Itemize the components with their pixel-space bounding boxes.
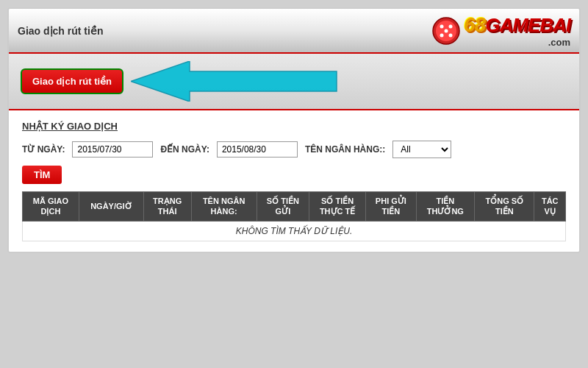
col-phi-gui-tien: PHI GỬITIỀN: [366, 192, 417, 222]
col-ten-ngan-hang: TÊN NGÂNHÀNG:: [191, 192, 257, 222]
col-so-tien-thuc-te: SỐ TIỀNTHỰC TẾ: [309, 192, 366, 222]
header: Giao dịch rút tiền 68GAMEBAI .com: [9, 9, 579, 54]
from-date-input[interactable]: [72, 141, 153, 158]
col-trang-thai: TRẠNGTHÁI: [143, 192, 191, 222]
table-header: MÃ GIAODỊCH NGÀY/GIỜ TRẠNGTHÁI TÊN NGÂNH…: [23, 192, 566, 222]
svg-marker-7: [131, 61, 337, 102]
page-title: Giao dịch rút tiền: [18, 25, 103, 37]
logo: 68GAMEBAI .com: [464, 13, 570, 48]
col-ngay-gio: NGÀY/GIỜ: [79, 192, 143, 222]
table-body: KHÔNG TÌM THẤY DỮ LIỆU.: [23, 221, 566, 241]
to-date-input[interactable]: [217, 141, 298, 158]
bank-label: TÊN NGÂN HÀNG::: [305, 144, 385, 155]
col-tac-vu: TÁCVỤ: [534, 192, 566, 222]
logo-number: 68: [464, 13, 485, 36]
svg-point-5: [449, 33, 453, 37]
to-date-label: ĐẾN NGÀY:: [160, 144, 209, 155]
table-header-row: MÃ GIAODỊCH NGÀY/GIỜ TRẠNGTHÁI TÊN NGÂNH…: [23, 192, 566, 222]
col-tien-thuong: TIỀNTHƯỞNG: [416, 192, 474, 222]
svg-point-2: [440, 24, 444, 28]
col-ma-giao-dich: MÃ GIAODỊCH: [23, 192, 79, 222]
logo-area: 68GAMEBAI .com: [431, 13, 570, 48]
section-title: NHẬT KÝ GIAO DỊCH: [22, 121, 566, 132]
from-date-label: TỪ NGÀY:: [22, 144, 65, 155]
content-area: NHẬT KÝ GIAO DỊCH TỪ NGÀY: ĐẾN NGÀY: TÊN…: [9, 110, 579, 252]
logo-name: GAMEBAI: [485, 14, 570, 36]
filter-row: TỪ NGÀY: ĐẾN NGÀY: TÊN NGÂN HÀNG:: All: [22, 141, 566, 158]
search-button[interactable]: TÌM: [22, 166, 62, 184]
svg-point-4: [440, 33, 444, 37]
giao-dich-button[interactable]: Giao dịch rút tiền: [21, 68, 123, 94]
no-data-row: KHÔNG TÌM THẤY DỮ LIỆU.: [23, 221, 566, 241]
banner-area: Giao dịch rút tiền: [9, 54, 579, 110]
main-container: Giao dịch rút tiền 68GAMEBAI .com Giao d…: [7, 7, 581, 253]
arrow-icon: [131, 61, 351, 102]
search-row: TÌM: [22, 166, 566, 184]
col-so-tien-gui: SỐ TIỀNGỬI: [257, 192, 309, 222]
data-table: MÃ GIAODỊCH NGÀY/GIỜ TRẠNGTHÁI TÊN NGÂNH…: [22, 191, 566, 241]
col-tong-so-tien: TỔNG SỐTIỀN: [475, 192, 534, 222]
bank-select[interactable]: All: [392, 141, 451, 158]
dice-icon: [431, 16, 461, 46]
svg-point-3: [449, 24, 453, 28]
svg-point-6: [445, 29, 448, 32]
no-data-message: KHÔNG TÌM THẤY DỮ LIỆU.: [23, 221, 566, 241]
logo-dot-com: .com: [464, 37, 570, 48]
